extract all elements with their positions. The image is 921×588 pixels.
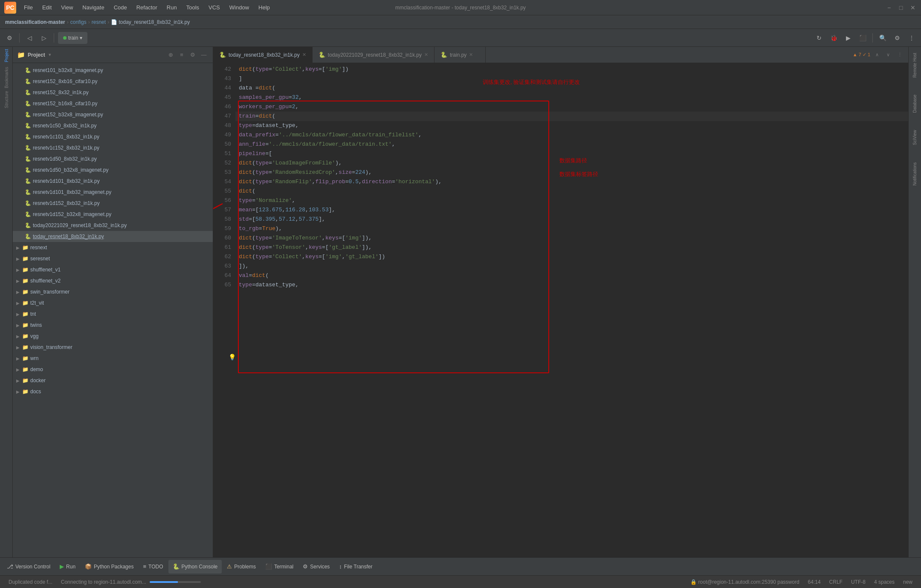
sidebar-notifications[interactable]: Notifications [912, 160, 917, 188]
tab-close-1[interactable]: ✕ [302, 52, 306, 58]
menu-file[interactable]: File [20, 3, 37, 12]
breadcrumb-resnet[interactable]: resnet [92, 19, 106, 25]
status-line-ending[interactable]: CRLF [825, 579, 847, 585]
code-line[interactable]: ]), [235, 262, 908, 271]
toolbar-gear[interactable]: ⚙ [891, 32, 903, 44]
tree-item[interactable]: 🐍resnetv1d101_8xb32_in1k.py [13, 176, 213, 187]
code-content[interactable]: dict(type='Collect', keys=['img'])]data … [235, 63, 908, 557]
breadcrumb-root[interactable]: mmclassification-master [5, 19, 65, 25]
toolbar-reload[interactable]: ↻ [813, 32, 825, 44]
tree-item[interactable]: 🐍resnetv1c152_8xb32_in1k.py [13, 142, 213, 153]
tree-item[interactable]: ▶📁t2t_vit [13, 297, 213, 308]
tree-item[interactable]: ▶📁shufflenet_v2 [13, 275, 213, 286]
tree-item[interactable]: 🐍resnet152_8x32_in1k.py [13, 87, 213, 98]
tab-action-more[interactable]: ⋮ [895, 51, 905, 58]
tab-train[interactable]: 🐍 train.py ✕ [434, 47, 486, 63]
close-button[interactable]: ✕ [909, 4, 917, 12]
tab-action-down[interactable]: ∨ [884, 51, 892, 58]
tree-item[interactable]: ▶📁twins [13, 320, 213, 331]
menu-view[interactable]: View [57, 3, 77, 12]
code-line[interactable]: type=dataset_type, [235, 280, 908, 290]
tree-item[interactable]: 🐍today20221029_resnet18_8xb32_in1k.py [13, 220, 213, 231]
code-line[interactable]: train=dict( [235, 112, 908, 121]
tab-close-3[interactable]: ✕ [469, 52, 473, 58]
tree-item[interactable]: 🐍resnetv1d50_b32x8_imagenet.py [13, 164, 213, 176]
tree-item[interactable]: ▶📁vgg [13, 331, 213, 342]
toolbar-forward[interactable]: ▷ [38, 32, 50, 44]
status-position[interactable]: 64:14 [804, 579, 825, 585]
status-duplicated-code[interactable]: Duplicated code f... [4, 576, 57, 588]
status-indent[interactable]: 4 spaces [870, 579, 899, 585]
sidebar-bookmarks-icon[interactable]: Bookmarks [1, 72, 12, 83]
sidebar-structure-icon[interactable]: Structure [1, 95, 12, 105]
bottom-services[interactable]: ⚙ Services [298, 560, 334, 574]
tree-item[interactable]: ▶📁wrn [13, 353, 213, 364]
status-mode[interactable]: new [899, 579, 917, 585]
menu-code[interactable]: Code [110, 3, 131, 12]
panel-minimize-icon[interactable]: — [199, 50, 209, 60]
bottom-terminal[interactable]: ⬛ Terminal [261, 560, 298, 574]
tree-item[interactable]: ▶📁tnt [13, 308, 213, 320]
code-line[interactable]: samples_per_gpu=32, [235, 93, 908, 102]
sidebar-database[interactable]: Database [912, 92, 917, 115]
code-line[interactable]: workers_per_gpu=2, [235, 102, 908, 112]
code-line[interactable]: data_prefix='../mmcls/data/flower_data/t… [235, 130, 908, 140]
code-line[interactable]: val=dict( [235, 271, 908, 280]
breadcrumb-configs[interactable]: configs [70, 19, 87, 25]
sidebar-project-icon[interactable]: Project [1, 50, 12, 61]
code-line[interactable]: mean=[123.675, 116.28, 103.53], [235, 205, 908, 215]
bottom-file-transfer[interactable]: ↕ File Transfer [335, 560, 377, 574]
tab-close-2[interactable]: ✕ [424, 52, 428, 58]
menu-window[interactable]: Window [225, 3, 253, 12]
toolbar-back[interactable]: ◁ [23, 32, 35, 44]
breadcrumb-file[interactable]: 📄 today_resnet18_8xb32_in1k.py [111, 19, 190, 25]
tree-item[interactable]: 🐍today_resnet18_8xb32_in1k.py [13, 231, 213, 242]
run-config-selector[interactable]: train ▾ [58, 32, 87, 44]
toolbar-settings[interactable]: ⚙ [3, 32, 15, 44]
menu-navigate[interactable]: Navigate [78, 3, 108, 12]
bottom-python-packages[interactable]: 📦 Python Packages [81, 560, 138, 574]
tree-item[interactable]: 🐍resnetv1d152_b32x8_imagenet.py [13, 209, 213, 220]
minimize-button[interactable]: − [885, 4, 893, 12]
bottom-problems[interactable]: ⚠ Problems [223, 560, 260, 574]
toolbar-more[interactable]: ⋮ [906, 32, 918, 44]
tree-item[interactable]: ▶📁demo [13, 364, 213, 375]
tree-item[interactable]: 🐍resnet101_b32x8_imagenet.py [13, 65, 213, 76]
bottom-python-console[interactable]: 🐍 Python Console [168, 560, 222, 574]
code-line[interactable]: to_rgb=True), [235, 224, 908, 233]
tree-item[interactable]: 🐍resnet152_b16x8_cifar10.py [13, 98, 213, 109]
toolbar-debug[interactable]: 🐞 [828, 32, 840, 44]
code-line[interactable]: std=[58.395, 57.12, 57.375], [235, 215, 908, 224]
panel-collapse-icon[interactable]: ≡ [177, 50, 186, 60]
tree-item[interactable]: ▶📁docker [13, 375, 213, 386]
tree-item[interactable]: 🐍resnetv1c101_8xb32_in1k.py [13, 131, 213, 142]
panel-filter-icon[interactable]: ⚙ [188, 50, 197, 60]
toolbar-stop[interactable]: ⬛ [857, 32, 869, 44]
code-line[interactable]: type=dataset_type, [235, 121, 908, 130]
bottom-run[interactable]: ▶ Run [55, 560, 80, 574]
tree-item[interactable]: ▶📁swin_transformer [13, 286, 213, 297]
code-line[interactable]: dict(type='ToTensor', keys=['gt_label'])… [235, 243, 908, 252]
tree-item[interactable]: ▶📁resnext [13, 242, 213, 253]
tab-action-up[interactable]: ∧ [873, 51, 881, 58]
tree-item[interactable]: 🐍resnetv1c50_8xb32_in1k.py [13, 120, 213, 131]
bottom-version-control[interactable]: ⎇ Version Control [3, 560, 55, 574]
maximize-button[interactable]: □ [897, 4, 905, 12]
code-line[interactable]: dict(type='ImageToTensor', keys=['img'])… [235, 233, 908, 243]
tab-today20221029[interactable]: 🐍 today20221029_resnet18_8xb32_in1k.py ✕ [313, 47, 434, 63]
menu-help[interactable]: Help [254, 3, 274, 12]
tree-item[interactable]: 🐍resnetv1d50_8xb32_in1k.py [13, 153, 213, 164]
code-line[interactable]: type='Normalize', [235, 196, 908, 205]
menu-vcs[interactable]: VCS [204, 3, 224, 12]
code-line[interactable]: dict( [235, 187, 908, 196]
menu-run[interactable]: Run [162, 3, 181, 12]
code-editor[interactable]: 4243444546474849505152535455565758596061… [213, 63, 908, 557]
tree-item[interactable]: 🐍resnetv1d152_8xb32_in1k.py [13, 198, 213, 209]
tree-item[interactable]: 🐍resnetv1d101_8xb32_imagenet.py [13, 187, 213, 198]
code-line[interactable]: ann_file='../mmcls/data/flower_data/trai… [235, 140, 908, 149]
code-line[interactable]: dict(type='RandomFlip', flip_prob=0.5, d… [235, 177, 908, 187]
tab-today-resnet[interactable]: 🐍 today_resnet18_8xb32_in1k.py ✕ [213, 47, 313, 63]
project-dropdown-icon[interactable]: ▾ [49, 52, 51, 58]
toolbar-search[interactable]: 🔍 [877, 32, 889, 44]
toolbar-run[interactable]: ▶ [842, 32, 854, 44]
